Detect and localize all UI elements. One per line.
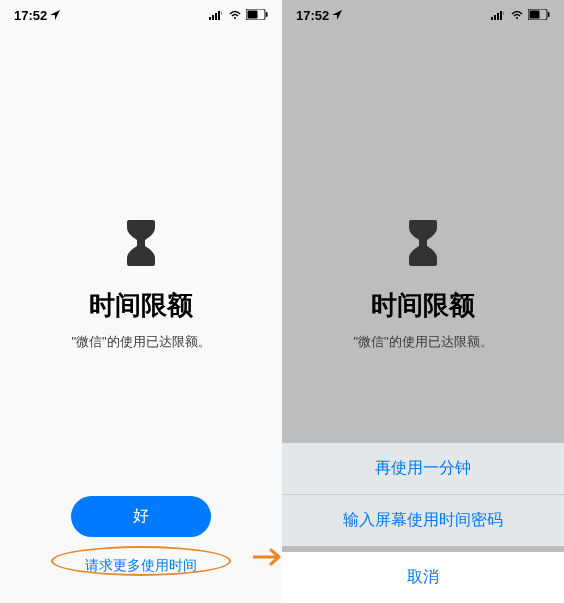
hourglass-icon: [403, 220, 443, 270]
ok-button[interactable]: 好: [71, 496, 211, 537]
phone-screen-left: 17:52 !: [0, 0, 282, 603]
limit-title: 时间限额: [371, 288, 475, 323]
limit-subtitle: "微信"的使用已达限额。: [71, 333, 210, 351]
cancel-button[interactable]: 取消: [282, 552, 564, 603]
action-sheet-options: 再使用一分钟 输入屏幕使用时间密码: [282, 443, 564, 546]
enter-passcode-button[interactable]: 输入屏幕使用时间密码: [282, 495, 564, 546]
phone-screen-right: 17:52 !: [282, 0, 564, 603]
action-sheet: 再使用一分钟 输入屏幕使用时间密码 取消: [282, 443, 564, 603]
limit-subtitle: "微信"的使用已达限额。: [353, 333, 492, 351]
hourglass-icon: [121, 220, 161, 270]
annotation-arrow: [253, 548, 282, 570]
request-more-time-link[interactable]: 请求更多使用时间: [85, 557, 197, 575]
bottom-actions: 好 请求更多使用时间: [0, 496, 282, 575]
one-more-minute-button[interactable]: 再使用一分钟: [282, 443, 564, 495]
limit-title: 时间限额: [89, 288, 193, 323]
